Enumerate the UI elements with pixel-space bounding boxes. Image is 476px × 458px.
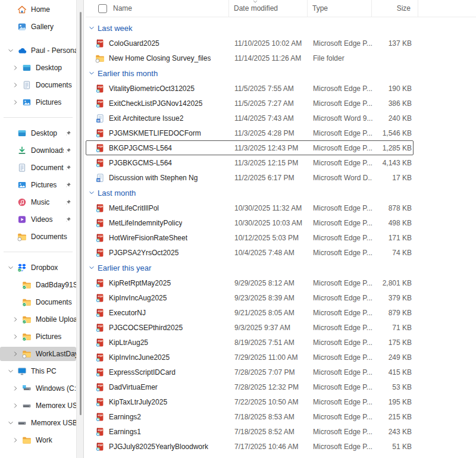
file-size: 243 KB — [372, 428, 419, 436]
file-name: MetLifeCritIllPol — [109, 204, 159, 212]
sidebar-item-work[interactable]: Work — [0, 433, 76, 447]
group-header-earlier-this-month[interactable]: Earlier this month — [84, 65, 476, 81]
chevron-right-icon[interactable] — [12, 333, 22, 341]
column-header-size[interactable]: Size — [372, 0, 418, 17]
file-row[interactable]: WDiscussion with Stephen Ng11/2/2025 6:1… — [86, 170, 414, 185]
file-row[interactable]: New Home Closing Survey_files11/14/2025 … — [86, 51, 414, 65]
home-icon — [17, 5, 27, 14]
file-row[interactable]: PDFKipInvIncAug20259/23/2025 8:39 AMMicr… — [86, 290, 414, 305]
folder-link-icon — [95, 54, 105, 63]
chevron-down-icon[interactable] — [7, 419, 17, 427]
chevron-right-icon[interactable] — [12, 402, 22, 410]
file-size: 379 KB — [372, 294, 419, 302]
file-row[interactable]: PDFExpressScriptIDCard7/28/2025 7:07 PMM… — [86, 365, 414, 379]
file-type: Microsoft Word D... — [308, 174, 372, 182]
sidebar-item-this-pc[interactable]: This PC — [0, 364, 76, 378]
file-row[interactable]: PDFPJGCOCSEPthird20259/3/2025 9:37 AMMic… — [86, 320, 414, 335]
chevron-right-icon[interactable] — [12, 385, 22, 393]
sidebar-item-paul-persona[interactable]: Paul - Persona — [0, 43, 76, 58]
file-row[interactable]: PDFExecutorNJ9/21/2025 8:05 AMMicrosoft … — [86, 305, 414, 320]
column-header-date-modified[interactable]: Date modified — [229, 0, 308, 17]
sidebar-item-gallery[interactable]: Gallery — [0, 20, 76, 34]
sidebar-item-pictures[interactable]: Pictures — [0, 330, 76, 344]
sidebar-item-worklastday[interactable]: WorkLastDay — [0, 347, 76, 361]
file-row[interactable]: PDFEarnings27/18/2025 8:53 AMMicrosoft E… — [86, 409, 414, 424]
file-row[interactable]: PDFPJGJuly82025YearlyBloodwork7/17/2025 … — [86, 439, 414, 454]
file-type: Microsoft Edge P... — [308, 324, 372, 332]
file-row[interactable]: WExit Architecture Issue211/4/2025 7:43 … — [86, 111, 414, 126]
file-name: ColoGuard2025 — [109, 39, 159, 48]
sidebar-item-documents[interactable]: Documents — [0, 295, 76, 309]
sidebar-item-videos[interactable]: Videos — [0, 212, 76, 227]
pin-icon — [65, 182, 72, 189]
chevron-right-icon[interactable] — [12, 81, 22, 89]
sidebar-item-memorex-us[interactable]: Memorex US — [0, 399, 76, 413]
sidebar-item-documents[interactable]: Documents — [0, 161, 76, 175]
chevron-down-icon[interactable] — [7, 368, 17, 375]
file-name-cell: WDiscussion with Stephen Ng — [91, 173, 230, 183]
file-size: 878 KB — [372, 204, 419, 212]
sidebar-item-pictures[interactable]: Pictures — [0, 95, 76, 109]
group-header-last-week[interactable]: Last week — [84, 20, 476, 36]
file-row[interactable]: PDFEarnings17/18/2025 8:52 AMMicrosoft E… — [86, 424, 414, 439]
chevron-down-icon[interactable] — [7, 264, 17, 272]
file-row[interactable]: PDFMetLifeIndemnityPolicy10/30/2025 10:0… — [86, 215, 414, 230]
sidebar-item-music[interactable]: Music — [0, 195, 76, 209]
file-name: ExecutorNJ — [109, 309, 146, 317]
chevron-down-icon[interactable] — [7, 47, 17, 55]
column-header-type[interactable]: Type — [308, 0, 372, 17]
chevron-right-icon[interactable] — [12, 99, 22, 106]
sidebar-item-dropbox[interactable]: Dropbox — [0, 261, 76, 275]
chevron-right-icon[interactable] — [12, 350, 22, 358]
sidebar-item-windows-c[interactable]: Windows (C:) — [0, 381, 76, 396]
file-row[interactable]: PDFPJGBKGCMS-L56411/3/2025 12:15 PMMicro… — [86, 155, 414, 170]
file-name: BKGPJGCMS-L564 — [109, 144, 172, 152]
file-row[interactable]: PDFKipTaxLtrJuly20257/22/2025 10:50 AMMi… — [86, 394, 414, 409]
chevron-right-icon[interactable] — [12, 316, 22, 324]
file-row[interactable]: PDFDadVirtuaEmer7/28/2025 12:32 PMMicros… — [86, 379, 414, 394]
sidebar-item-documents[interactable]: Documents — [0, 78, 76, 92]
sidebar-item-memorex-usb[interactable]: Memorex USB — [0, 416, 76, 430]
file-name-cell: PDFDadVirtuaEmer — [91, 382, 230, 392]
group-header-last-month[interactable]: Last month — [84, 185, 476, 200]
sidebar-item-mobile-uploa[interactable]: Mobile Uploa — [0, 312, 76, 327]
sidebar-item-label: DadBday91Sa — [36, 281, 76, 289]
file-row[interactable]: PDFHotWireFisionRateSheet10/12/2025 5:03… — [86, 230, 414, 245]
file-name-cell: PDFMetLifeCritIllPol — [91, 203, 230, 213]
file-row[interactable]: PDFColoGuard202511/10/2025 10:02 AMMicro… — [86, 36, 414, 51]
chevron-spacer — [12, 299, 22, 306]
file-date-modified: 7/28/2025 7:07 PM — [230, 368, 308, 377]
file-row[interactable]: PDFBKGPJGCMS-L56411/3/2025 12:43 PMMicro… — [86, 140, 414, 155]
sidebar-item-home[interactable]: Home — [0, 2, 76, 17]
sidebar-item-pictures[interactable]: Pictures — [0, 178, 76, 192]
this-pc-icon — [17, 366, 27, 376]
sidebar-item-documents[interactable]: Documents — [0, 230, 76, 244]
sidebar-item-desktop[interactable]: Desktop — [0, 126, 76, 140]
file-row[interactable]: PDFPJGPSA2YrsOct202510/4/2025 7:48 AMMic… — [86, 245, 414, 260]
sidebar-item-label: Downloads — [31, 146, 64, 155]
scrollbar-thumb[interactable] — [80, 12, 82, 415]
file-row[interactable]: PDFVitalityBiometricOct31202511/5/2025 7… — [86, 81, 414, 96]
picture-icon — [22, 98, 32, 107]
sidebar-item-dadbday91sa[interactable]: DadBday91Sa — [0, 278, 76, 292]
dropbox-icon — [17, 263, 27, 272]
file-row[interactable]: PDFExitCheckListPJGNov14202511/5/2025 7:… — [86, 96, 414, 111]
sidebar-item-label: Videos — [31, 215, 64, 224]
file-name-cell: PDFEarnings2 — [91, 412, 230, 422]
chevron-right-icon[interactable] — [12, 437, 22, 444]
file-row[interactable]: PDFMetLifeCritIllPol10/30/2025 11:32 AMM… — [86, 200, 414, 215]
pdf-icon: PDF — [95, 353, 105, 362]
file-size: 215 KB — [372, 413, 419, 421]
sidebar-scrollbar[interactable] — [76, 0, 84, 458]
select-all-checkbox[interactable] — [98, 4, 107, 13]
file-row[interactable]: PDFKipInvIncJune20257/29/2025 11:00 AMMi… — [86, 350, 414, 365]
column-header-name[interactable]: Name — [90, 0, 229, 17]
file-row[interactable]: PDFKipRetRptMay20259/29/2025 8:12 AMMicr… — [86, 275, 414, 290]
chevron-right-icon[interactable] — [12, 64, 22, 72]
file-row[interactable]: PDFKipLtrAug258/19/2025 7:51 AMMicrosoft… — [86, 335, 414, 350]
sidebar-item-desktop[interactable]: Desktop — [0, 61, 76, 75]
group-header-earlier-this-year[interactable]: Earlier this year — [84, 260, 476, 275]
svg-text:PDF: PDF — [98, 280, 104, 283]
file-row[interactable]: PDFPJGMSKMETLIFEDOCForm11/3/2025 4:28 PM… — [86, 126, 414, 140]
sidebar-item-downloads[interactable]: Downloads — [0, 143, 76, 158]
